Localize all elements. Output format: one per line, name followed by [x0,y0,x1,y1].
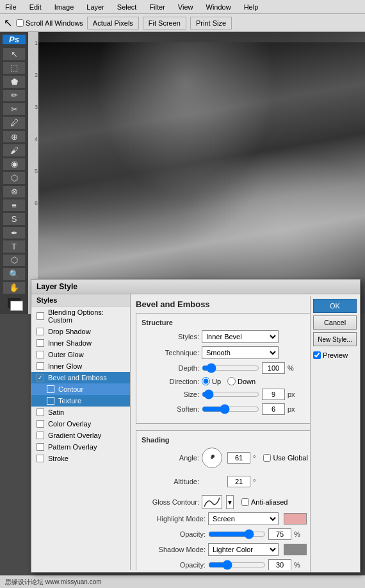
shadow-color-swatch[interactable] [284,544,307,555]
satin-checkbox[interactable] [36,408,44,416]
soften-slider[interactable] [202,405,259,414]
style-gradient-overlay[interactable]: Gradient Overlay [31,430,130,441]
angle-dial[interactable] [202,448,222,468]
style-bevel-emboss[interactable]: Bevel and Emboss [31,372,130,383]
shadow-opacity-value: 30 [268,559,291,570]
altitude-value: 21 [227,476,250,487]
menu-view[interactable]: View [175,2,196,12]
menu-file[interactable]: File [3,2,19,12]
print-size-button[interactable]: Print Size [190,17,232,29]
tool-select[interactable]: ⬚ [3,62,25,74]
menu-bar: File Edit Image Layer Select Filter View… [0,0,365,14]
shadow-opacity-unit: % [294,561,300,569]
color-overlay-checkbox[interactable] [36,420,44,428]
tool-eraser[interactable]: ⊗ [3,186,25,197]
style-select[interactable]: Inner Bevel Outer Bevel Emboss Pillow Em… [202,330,279,343]
shadow-opacity-label: Opacity: [142,561,206,569]
dialog-title: Layer Style [31,280,360,294]
gradient-overlay-checkbox[interactable] [36,432,44,439]
style-contour[interactable]: Contour [31,383,130,395]
style-texture[interactable]: Texture [31,395,130,407]
ruler-left: 1 2 3 4 5 6 [28,32,38,314]
status-bar: 思缘设计论坛 www.missyuan.com [0,575,365,588]
preview-checkbox[interactable] [313,351,321,359]
tool-brush[interactable]: 🖌 [3,144,25,156]
contour-preview[interactable] [202,495,222,509]
blending-options-checkbox[interactable] [36,312,44,320]
style-row-label: Styles: [142,333,199,340]
menu-layer[interactable]: Layer [84,2,107,12]
depth-slider[interactable] [202,364,259,373]
cancel-button[interactable]: Cancel [313,315,357,330]
contour-dropdown-arrow[interactable]: ▼ [226,495,234,509]
technique-select[interactable]: Smooth Chisel Hard Chisel Soft [202,346,279,359]
bevel-emboss-checkbox[interactable] [36,374,44,382]
tool-history[interactable]: ⬡ [3,172,25,183]
menu-filter[interactable]: Filter [147,2,167,12]
style-inner-shadow[interactable]: Inner Shadow [31,337,130,349]
anti-aliased-label[interactable]: Anti-aliased [241,498,288,506]
style-satin[interactable]: Satin [31,407,130,418]
style-color-overlay[interactable]: Color Overlay [31,418,130,430]
outer-glow-checkbox[interactable] [36,351,44,358]
use-global-light-checkbox[interactable] [263,454,271,462]
size-slider[interactable] [202,390,259,399]
style-drop-shadow[interactable]: Drop Shadow [31,326,130,337]
style-outer-glow[interactable]: Outer Glow [31,349,130,360]
watermark-text: 思缘设计论坛 www.missyuan.com [5,578,102,587]
contour-checkbox[interactable] [47,385,54,393]
shadow-mode-select[interactable]: Lighter Color Multiply Normal [208,543,279,556]
menu-window[interactable]: Window [204,2,234,12]
highlight-mode-select[interactable]: Screen Normal Multiply [208,512,279,525]
inner-shadow-checkbox[interactable] [36,339,44,347]
menu-help[interactable]: Help [241,2,261,12]
anti-aliased-checkbox[interactable] [241,498,249,506]
highlight-opacity-slider[interactable] [208,530,266,539]
tool-move[interactable]: ↖ [3,48,25,60]
tool-crop[interactable]: ✂ [3,103,25,115]
tool-text[interactable]: T [3,240,25,252]
tool-path[interactable]: ⬡ [3,255,25,266]
dialog-body: Styles Blending Options: Custom Drop Sha… [31,294,360,570]
direction-label: Direction: [142,378,199,385]
direction-up-label[interactable]: Up [202,377,221,385]
style-pattern-overlay[interactable]: Pattern Overlay [31,441,130,453]
inner-glow-checkbox[interactable] [36,362,44,370]
style-inner-glow[interactable]: Inner Glow [31,360,130,372]
stroke-checkbox[interactable] [36,455,44,462]
photo-bg [38,42,365,314]
angle-label: Angle: [142,454,199,462]
tool-bg-color[interactable] [10,301,23,311]
tool-hand[interactable]: ✋ [3,282,25,294]
actual-pixels-button[interactable]: Actual Pixels [87,17,139,29]
menu-select[interactable]: Select [115,2,140,12]
ok-button[interactable]: OK [313,299,357,313]
direction-down-radio[interactable] [227,377,236,385]
tool-lasso[interactable]: ⬟ [3,76,25,87]
tool-pen[interactable]: ✒ [3,227,25,239]
tool-magic[interactable]: ✏ [3,90,25,101]
direction-down-label[interactable]: Down [227,377,256,385]
pattern-overlay-checkbox[interactable] [36,443,44,451]
tool-dodge[interactable]: S [3,213,25,224]
fit-screen-button[interactable]: Fit Screen [143,17,186,29]
shadow-opacity-slider[interactable] [208,560,266,569]
new-style-button[interactable]: New Style... [313,332,357,346]
highlight-color-swatch[interactable] [284,513,307,525]
menu-image[interactable]: Image [52,2,77,12]
style-stroke[interactable]: Stroke [31,453,130,464]
texture-checkbox[interactable] [47,397,54,405]
scroll-all-checkbox[interactable] [16,19,24,27]
tool-zoom[interactable]: 🔍 [3,268,25,280]
tool-clone[interactable]: ◉ [3,158,25,170]
move-tool-icon[interactable]: ↖ [4,17,12,29]
soften-label: Soften: [142,405,199,413]
tool-gradient[interactable]: ≡ [3,199,25,211]
angle-dot [211,455,215,458]
tool-eyedropper[interactable]: 🖊 [3,117,25,128]
drop-shadow-checkbox[interactable] [36,328,44,335]
menu-edit[interactable]: Edit [27,2,44,12]
direction-up-radio[interactable] [202,377,210,385]
style-blending-options[interactable]: Blending Options: Custom [31,307,130,326]
tool-heal[interactable]: ⊕ [3,131,25,142]
